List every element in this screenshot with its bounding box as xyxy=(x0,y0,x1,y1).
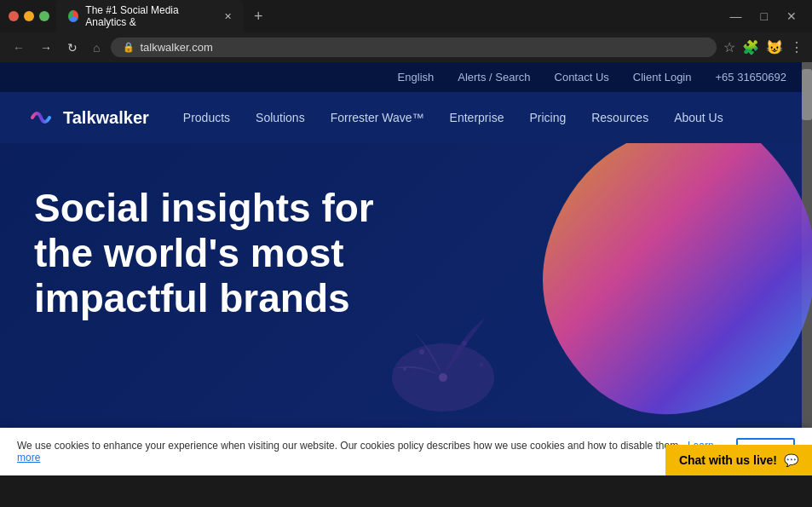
nav-pricing[interactable]: Pricing xyxy=(529,111,566,124)
english-link[interactable]: English xyxy=(398,71,435,84)
maximize-traffic-light[interactable] xyxy=(39,11,49,21)
new-tab-button[interactable]: + xyxy=(251,8,267,26)
cookie-bar: We use cookies to enhance your experienc… xyxy=(0,428,812,475)
cookie-text: We use cookies to enhance your experienc… xyxy=(17,440,723,464)
chat-icon: 💬 xyxy=(784,453,798,467)
menu-icon[interactable]: ⋮ xyxy=(790,39,803,55)
nav-products[interactable]: Products xyxy=(183,111,230,124)
nav-resources[interactable]: Resources xyxy=(591,111,648,124)
chat-button[interactable]: Chat with us live! 💬 xyxy=(665,445,812,475)
maximize-button[interactable]: □ xyxy=(754,8,775,25)
nav-enterprise[interactable]: Enterprise xyxy=(450,111,504,124)
address-bar-row: ← → ↻ ⌂ 🔒 talkwalker.com ☆ 🧩 😺 ⋮ xyxy=(0,32,812,62)
svg-point-3 xyxy=(419,349,424,354)
nav-solutions[interactable]: Solutions xyxy=(256,111,305,124)
nav-about[interactable]: About Us xyxy=(674,111,723,124)
forward-button[interactable]: → xyxy=(36,39,56,56)
url-text: talkwalker.com xyxy=(140,41,212,54)
window-controls: — □ ✕ xyxy=(723,8,803,25)
tab-close-icon[interactable]: ✕ xyxy=(224,11,232,22)
traffic-lights xyxy=(9,11,49,21)
minimize-button[interactable]: — xyxy=(723,8,749,25)
cookie-message: We use cookies to enhance your experienc… xyxy=(17,440,682,452)
title-bar: The #1 Social Media Analytics & ✕ + — □ … xyxy=(0,0,812,32)
address-bar[interactable]: 🔒 talkwalker.com xyxy=(111,37,717,57)
client-login-link[interactable]: Client Login xyxy=(633,71,692,84)
plant-decoration xyxy=(358,258,528,429)
home-button[interactable]: ⌂ xyxy=(89,39,104,56)
tab-favicon xyxy=(68,10,78,22)
svg-point-5 xyxy=(403,367,406,371)
profile-icon[interactable]: 😺 xyxy=(766,39,783,55)
minimize-traffic-light[interactable] xyxy=(24,11,34,21)
active-tab[interactable]: The #1 Social Media Analytics & ✕ xyxy=(56,0,244,33)
website: English Alerts / Search Contact Us Clien… xyxy=(0,62,812,475)
reload-button[interactable]: ↻ xyxy=(63,39,82,56)
nav-forrester[interactable]: Forrester Wave™ xyxy=(331,111,424,124)
back-button[interactable]: ← xyxy=(9,39,29,56)
svg-point-6 xyxy=(480,363,483,366)
alerts-search-link[interactable]: Alerts / Search xyxy=(458,71,530,84)
toolbar-icons: ☆ 🧩 😺 ⋮ xyxy=(723,39,803,55)
extensions-icon[interactable]: 🧩 xyxy=(742,39,759,55)
browser-chrome: The #1 Social Media Analytics & ✕ + — □ … xyxy=(0,0,812,62)
close-button[interactable]: ✕ xyxy=(780,8,803,25)
logo-text: Talkwalker xyxy=(63,108,149,128)
chat-label: Chat with us live! xyxy=(679,453,777,467)
page-content: English Alerts / Search Contact Us Clien… xyxy=(0,62,812,475)
hero-blob xyxy=(488,143,812,450)
main-nav: Talkwalker Products Solutions Forrester … xyxy=(0,92,812,143)
phone-link[interactable]: +65 31650692 xyxy=(715,71,786,84)
bookmark-icon[interactable]: ☆ xyxy=(723,39,735,55)
utility-bar: English Alerts / Search Contact Us Clien… xyxy=(0,62,812,92)
logo-icon xyxy=(26,102,56,133)
logo[interactable]: Talkwalker xyxy=(26,102,149,133)
scrollbar-thumb[interactable] xyxy=(802,69,812,120)
hero-section: Social insights for the world's most imp… xyxy=(0,143,812,463)
blob-svg xyxy=(488,143,812,450)
lock-icon: 🔒 xyxy=(123,42,135,53)
close-traffic-light[interactable] xyxy=(9,11,19,21)
svg-point-2 xyxy=(439,373,447,382)
svg-point-4 xyxy=(462,341,467,346)
tab-title: The #1 Social Media Analytics & xyxy=(85,4,214,28)
contact-us-link[interactable]: Contact Us xyxy=(555,71,609,84)
